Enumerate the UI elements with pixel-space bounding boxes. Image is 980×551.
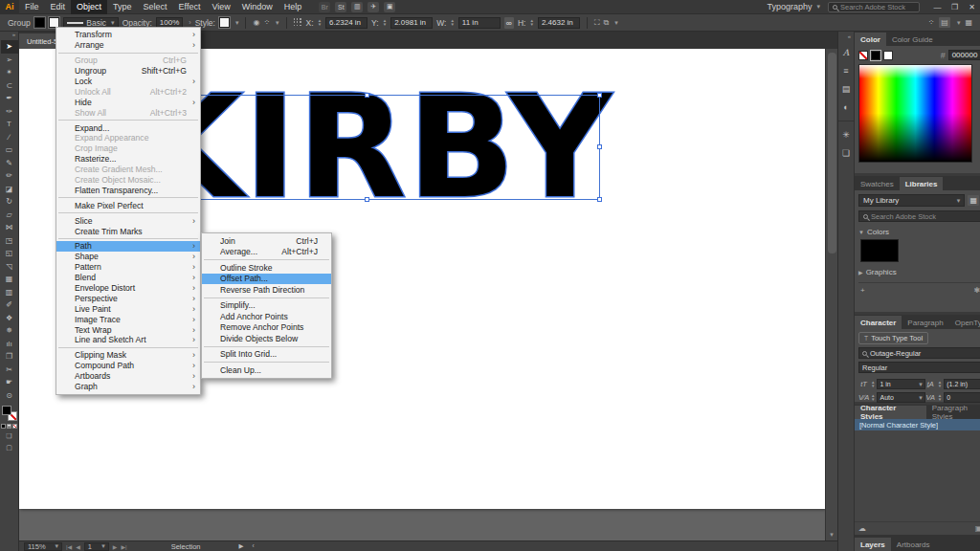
eyedropper-tool[interactable]: ✐ xyxy=(1,298,18,312)
zoom-level-select[interactable]: 115% ▾ xyxy=(24,542,62,551)
width-field[interactable]: 11 in xyxy=(458,17,501,29)
menu-item[interactable]: Object xyxy=(71,0,107,14)
new-style-icon[interactable]: ▣ xyxy=(975,524,980,533)
path-submenu-item[interactable]: Remove Anchor Points xyxy=(202,322,331,334)
scrollbar-thumb[interactable] xyxy=(828,53,836,253)
h-stepper[interactable]: ▲▼ xyxy=(529,19,533,26)
object-menu-item[interactable]: Live Paint xyxy=(56,303,200,314)
black-color-chip[interactable] xyxy=(871,51,880,60)
height-field[interactable]: 2.4632 in xyxy=(538,17,580,29)
chevron-down-icon[interactable]: ▾ xyxy=(614,19,618,27)
object-menu-item[interactable]: Expand Appearance xyxy=(56,133,200,143)
y-field[interactable]: 2.0981 in xyxy=(390,17,433,29)
path-submenu-item[interactable]: Split Into Grid... xyxy=(202,349,331,361)
object-menu-item[interactable]: Flatten Transparency... xyxy=(56,185,200,195)
path-submenu-item[interactable]: Average... Alt+Ctrl+J xyxy=(202,247,331,258)
object-menu-item[interactable]: Rasterize... xyxy=(56,154,200,165)
gradient-panel-icon[interactable]: ▤ xyxy=(842,84,851,94)
isolate-icon[interactable]: ⧉ xyxy=(603,18,609,28)
font-style-select[interactable]: Regular ▾ xyxy=(858,362,980,373)
object-menu-item[interactable]: Create Object Mosaic... xyxy=(56,175,200,186)
mesh-tool[interactable]: ▦ xyxy=(1,273,18,286)
slice-tool[interactable]: ✂ xyxy=(1,364,18,377)
panel-dock-icon[interactable]: ▤ xyxy=(939,17,950,28)
transform-icon[interactable]: ⛶ xyxy=(594,18,600,28)
workspace-switcher[interactable]: Typography ▾ xyxy=(759,2,828,11)
cloud-sync-icon[interactable]: ☁ xyxy=(858,524,866,533)
path-submenu-item[interactable]: Clean Up... xyxy=(202,364,331,376)
rectangle-tool[interactable]: ▭ xyxy=(1,143,18,157)
chevron-right-icon[interactable]: › xyxy=(189,19,190,26)
font-size-stepper[interactable]: ▲▼ xyxy=(871,381,875,387)
close-button[interactable]: ✕ xyxy=(964,1,980,13)
object-menu-item[interactable]: Create Gradient Mesh... xyxy=(56,165,200,175)
font-size-field[interactable]: 1 in ▾ xyxy=(877,379,924,389)
color-spectrum[interactable] xyxy=(858,64,972,163)
object-menu-item[interactable]: Ungroup Shift+Ctrl+G xyxy=(56,66,200,77)
paragraph-panel-icon[interactable]: ≡ xyxy=(843,66,848,76)
shaper-tool[interactable]: ✏ xyxy=(1,169,18,183)
status-collapse-icon[interactable]: ‹ xyxy=(252,542,254,550)
path-submenu-item[interactable] xyxy=(204,362,329,363)
free-transform-tool[interactable]: ◳ xyxy=(1,234,18,248)
perspective-grid-tool[interactable]: ◹ xyxy=(1,260,18,274)
gradient-button[interactable] xyxy=(7,424,11,429)
fill-stroke-indicator[interactable] xyxy=(2,406,17,421)
add-content-button[interactable]: + xyxy=(860,286,865,295)
object-menu-item[interactable] xyxy=(58,212,198,213)
path-submenu-item[interactable]: Add Anchor Points xyxy=(202,311,331,322)
path-submenu-item[interactable] xyxy=(204,259,329,260)
direct-selection-tool[interactable]: ➢ xyxy=(1,54,18,67)
panel-tab[interactable]: Character Styles xyxy=(855,406,926,419)
constrain-proportions-icon[interactable]: ∞ xyxy=(504,17,514,29)
object-menu-item[interactable]: Perspective xyxy=(56,293,200,303)
tracking-stepper[interactable]: ▲▼ xyxy=(938,394,942,401)
menu-item[interactable]: View xyxy=(206,0,235,14)
path-submenu-item[interactable] xyxy=(204,298,329,298)
object-menu-item[interactable]: Arrange xyxy=(56,40,200,51)
object-menu-item[interactable]: Image Trace xyxy=(56,314,200,324)
appearance-panel-icon[interactable]: ✳ xyxy=(842,130,850,140)
line-segment-tool[interactable]: ∕ xyxy=(1,131,18,144)
path-submenu-item[interactable]: Offset Path... xyxy=(202,274,331,285)
rotate-tool[interactable]: ↻ xyxy=(1,195,18,209)
eraser-tool[interactable]: ◪ xyxy=(1,183,18,196)
object-menu-item[interactable]: Unlock All Alt+Ctrl+2 xyxy=(56,86,200,97)
object-menu-item[interactable]: Blend xyxy=(56,273,200,283)
collapse-tools-icon[interactable]: » xyxy=(12,32,18,40)
leading-stepper[interactable]: ▲▼ xyxy=(938,381,942,387)
object-menu-item[interactable]: Compound Path xyxy=(56,361,200,371)
object-menu-item[interactable]: Expand... xyxy=(56,122,200,133)
object-menu-item[interactable]: Envelope Distort xyxy=(56,283,200,294)
curvature-tool[interactable]: ✑ xyxy=(1,105,18,119)
screen-mode-icon[interactable]: ▢ xyxy=(6,444,12,452)
touch-type-tool-button[interactable]: ⟙ Touch Type Tool xyxy=(858,332,928,344)
type-tool[interactable]: T xyxy=(1,118,18,131)
sync-library-icon[interactable]: ✱ xyxy=(974,286,980,295)
graphics-section-header[interactable]: ▶ Graphics xyxy=(858,268,980,276)
stock-icon[interactable]: St xyxy=(335,2,346,12)
menu-item[interactable]: Effect xyxy=(173,0,207,14)
panel-tab[interactable]: Layers xyxy=(855,538,891,551)
object-menu-item[interactable]: Shape xyxy=(56,252,200,262)
object-menu-item[interactable]: Group Ctrl+G xyxy=(56,55,200,66)
artboard-number-select[interactable]: 1 ▾ xyxy=(84,542,109,551)
stock-search-input[interactable]: Search Adobe Stock xyxy=(828,2,920,12)
graphic-styles-panel-icon[interactable]: ❏ xyxy=(842,148,850,158)
panel-tab[interactable]: Paragraph Styles xyxy=(926,406,980,419)
object-menu-item[interactable]: Hide xyxy=(56,97,200,107)
path-submenu-item[interactable]: Simplify... xyxy=(202,300,331,312)
layout-icon[interactable]: ▥ xyxy=(351,2,363,12)
object-menu-item[interactable] xyxy=(58,53,198,54)
object-menu-item[interactable]: Graph xyxy=(56,382,200,392)
kerning-stepper[interactable]: ▲▼ xyxy=(871,394,875,401)
scroll-down-icon[interactable]: ▾ xyxy=(830,531,834,539)
gradient-tool[interactable]: ▥ xyxy=(1,286,18,299)
object-menu-item[interactable]: Path xyxy=(56,241,200,252)
publish-icon[interactable]: ▣ xyxy=(384,2,395,12)
status-menu-arrow-icon[interactable]: ▶ xyxy=(238,542,243,550)
white-color-chip[interactable] xyxy=(883,51,893,60)
w-stepper[interactable]: ▲▼ xyxy=(450,19,454,26)
none-button[interactable] xyxy=(12,424,17,429)
font-family-select[interactable]: Outage-Regular ▾ xyxy=(858,347,980,359)
